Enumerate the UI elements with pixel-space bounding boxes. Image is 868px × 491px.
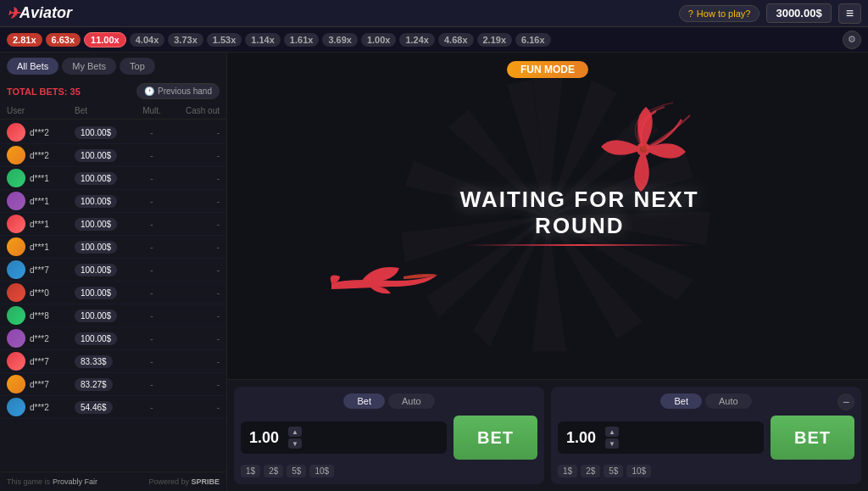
multiplier-badge[interactable]: 1.24x [399,33,435,47]
tab-all-bets[interactable]: All Bets [7,58,58,75]
bet-increase-2[interactable]: ▲ [605,427,619,437]
bet-multiplier: - [135,151,169,160]
quick-1-1[interactable]: 1$ [241,465,260,477]
waiting-text: WAITING FOR NEXT ROUND [436,187,724,246]
bet-cashout: - [169,174,220,183]
bet-pill: 54.46$ [75,401,113,414]
bet-decrease-2[interactable]: ▼ [605,438,619,449]
multiplier-badge[interactable]: 1.61x [284,33,320,47]
multiplier-badge[interactable]: 3.73x [168,33,203,47]
bet-multiplier: - [135,403,169,412]
bet-multiplier: - [135,311,169,321]
avatar [7,352,25,371]
bet-multiplier: - [135,265,169,275]
multiplier-badge[interactable]: 1.53x [207,33,242,47]
bet-pill: 100.00$ [75,241,117,254]
multiplier-badge[interactable]: 11.00x [84,32,126,47]
bet-cashout: - [169,265,220,275]
multiplier-badge[interactable]: 1.00x [361,33,397,47]
multiplier-badge[interactable]: 2.19x [477,33,513,47]
col-mult-header: Mult. [135,106,169,115]
panel-2-close-button[interactable]: − [837,393,854,410]
menu-button[interactable]: ≡ [838,3,861,24]
multiplier-badge[interactable]: 6.63x [46,33,81,47]
multiplier-badge[interactable]: 4.68x [438,33,474,47]
avatar [7,237,25,256]
prev-hand-label: Previous hand [158,86,212,96]
bet-multiplier: - [135,128,169,137]
col-cashout-header: Cash out [169,106,220,115]
quick-5-1[interactable]: 5$ [287,465,306,477]
bet-button-2[interactable]: BET [771,416,854,460]
bet-increase-1[interactable]: ▲ [288,427,302,437]
bet-cashout: - [169,197,220,206]
quick-amounts-2: 1$ 2$ 5$ 10$ [558,465,854,477]
bet-amount: 54.46$ [75,401,135,414]
tab-top[interactable]: Top [120,58,155,75]
multiplier-badge[interactable]: 3.69x [322,33,358,47]
bets-header: TOTAL BETS: 35 🕐 Previous hand [0,80,226,103]
user-name: d***7 [30,357,49,366]
multiplier-badge[interactable]: 2.81x [7,33,42,47]
bet-amount: 100.00$ [75,241,135,254]
user-name: d***1 [30,243,49,252]
bet-button-1[interactable]: BET [453,416,537,460]
multiplier-badge[interactable]: 1.14x [245,33,281,47]
bet-user: d***8 [7,306,75,325]
bp2-tab-auto[interactable]: Auto [705,393,752,409]
bets-columns-header: User Bet Mult. Cash out [0,103,226,120]
bet-cashout: - [169,151,220,160]
spribe-text: SPRIBE [191,477,220,486]
question-icon: ? [688,8,693,19]
provably-fair-link[interactable]: Provably Fair [53,477,97,486]
multiplier-badge[interactable]: 4.04x [130,33,165,47]
bp2-tab-bet[interactable]: Bet [660,393,702,409]
bet-decrease-1[interactable]: ▼ [288,438,302,449]
quick-10-2[interactable]: 10$ [626,465,651,477]
table-row: d***2 100.00$ - - [0,327,226,350]
bet-input-container-2: 1.00 ▲ ▼ [558,421,764,454]
avatar [7,169,25,187]
powered-by-text: Powered by [148,477,189,486]
provably-fair-text: This game is [7,477,50,486]
bet-pill: 83.33$ [75,355,113,368]
bet-input-controls-1: ▲ ▼ [288,427,302,449]
bet-pill: 100.00$ [75,218,117,231]
bet-multiplier: - [135,357,169,366]
game-canvas: FUN MODE [227,53,868,379]
bet-amount: 100.00$ [75,332,135,345]
bet-user: d***2 [7,123,75,142]
waiting-underline [465,244,695,246]
quick-1-2[interactable]: 1$ [558,465,577,477]
bet-pill: 100.00$ [75,149,117,162]
bet-cashout: - [169,403,220,412]
bet-amount: 83.27$ [75,378,135,391]
bet-pill: 100.00$ [75,195,117,208]
table-row: d***0 100.00$ - - [0,282,226,304]
user-name: d***1 [30,197,49,206]
bet-amount: 100.00$ [75,126,135,139]
prev-hand-button[interactable]: 🕐 Previous hand [136,83,220,99]
bets-list: d***2 100.00$ - - d***2 100.00$ - - d***… [0,120,226,471]
quick-10-1[interactable]: 10$ [309,465,334,477]
col-user-header: User [7,106,75,115]
bet-multiplier: - [135,380,169,389]
bet-cashout: - [169,243,220,252]
avatar [7,146,25,165]
table-row: d***1 100.00$ - - [0,167,226,190]
tab-my-bets[interactable]: My Bets [62,58,116,75]
bet-pill: 100.00$ [75,172,117,185]
bp1-tab-bet[interactable]: Bet [343,393,385,409]
bet-pill: 100.00$ [75,332,117,345]
avatar [7,123,25,142]
multiplier-settings-button[interactable]: ⚙ [843,31,861,49]
bet-amount: 100.00$ [75,172,135,185]
quick-2-1[interactable]: 2$ [264,465,283,477]
bet-multiplier: - [135,243,169,252]
how-to-play-button[interactable]: ? How to play? [679,5,760,22]
multiplier-badge[interactable]: 6.16x [515,33,551,47]
bet-panel-1-tabs: Bet Auto [241,393,537,409]
quick-5-2[interactable]: 5$ [604,465,623,477]
quick-2-2[interactable]: 2$ [581,465,600,477]
bp1-tab-auto[interactable]: Auto [388,393,435,409]
